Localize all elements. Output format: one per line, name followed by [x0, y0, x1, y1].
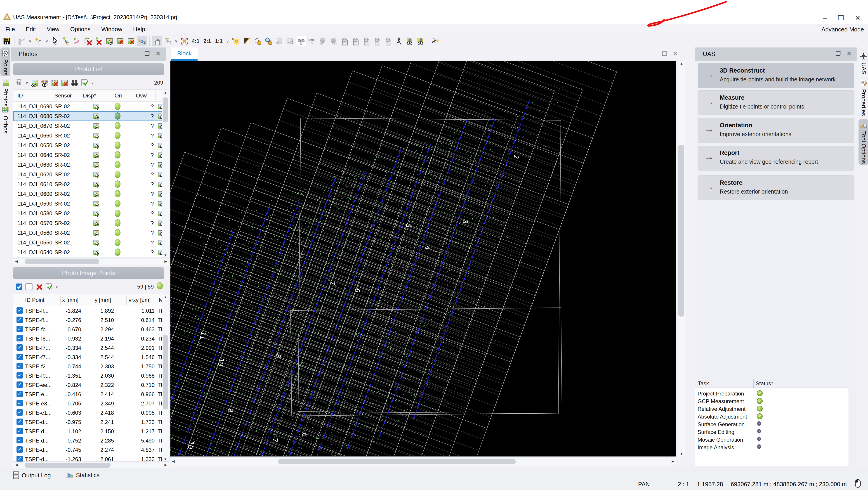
ids-toggle-button[interactable]: 123	[137, 36, 147, 47]
photo-row[interactable]: 114_DJI_0580SR-02?	[13, 209, 169, 218]
vector-arrow-button[interactable]	[72, 36, 82, 47]
pan-hand-button[interactable]	[152, 36, 162, 47]
point-checkbox[interactable]: ✓	[17, 391, 23, 397]
check-on-button[interactable]	[14, 282, 24, 292]
export-tools-button[interactable]	[17, 36, 27, 47]
lock-zoom-button[interactable]	[264, 36, 274, 47]
image-point-row[interactable]: ✓TSPE-f2...-0.7442.3031.750TPC	[13, 362, 169, 371]
image-point-row[interactable]: ✓TSPE-e...-0.4162.4140.966TPC	[13, 389, 169, 399]
col-ID[interactable]: ID	[18, 92, 23, 99]
photo-list-vscrollbar[interactable]: ▲▼	[162, 90, 169, 258]
point-checkbox[interactable]: ✓	[17, 316, 23, 323]
dropdown-caret-icon[interactable]: ∨	[225, 39, 230, 43]
menu-file[interactable]: File	[0, 24, 20, 35]
point-checkbox[interactable]: ✓	[17, 437, 23, 443]
camera-pose-button[interactable]	[394, 36, 404, 47]
image-point-row[interactable]: ✓TSPE-ff...-0.2762.5100.614TPC	[13, 315, 169, 325]
dock-tab-photos[interactable]: Photos	[0, 76, 10, 102]
task-row[interactable]: Mosaic Generation	[695, 436, 848, 443]
point-checkbox[interactable]: ✓	[17, 326, 23, 332]
globe-prev-button[interactable]	[318, 36, 328, 47]
measure-dart-button[interactable]	[61, 36, 71, 47]
zoom-2-1-button[interactable]: 2:1	[202, 36, 213, 47]
checklist-button[interactable]	[80, 78, 89, 88]
photo-row[interactable]: 114_DJI_0620SR-02?	[13, 170, 169, 179]
col-Disp[interactable]: Disp*	[83, 92, 96, 99]
col-ID[interactable]: ID Point	[25, 297, 44, 303]
photo-row[interactable]: 114_DJI_0670SR-02?	[13, 121, 169, 131]
photo-row[interactable]: 114_DJI_0690SR-02?	[13, 101, 169, 111]
point-checkbox[interactable]: ✓	[17, 447, 23, 453]
output-log-button[interactable]: Output Log	[13, 471, 51, 479]
point-checkbox[interactable]: ✓	[17, 428, 23, 434]
point-checkbox[interactable]: ✓	[17, 372, 23, 378]
photo-delete-marquee-button[interactable]	[115, 36, 125, 47]
photo-row[interactable]: 114_DJI_0560SR-02?	[13, 228, 169, 238]
dropdown-caret-icon[interactable]: ∨	[90, 81, 95, 85]
photo-row[interactable]: 114_DJI_0660SR-02?	[13, 131, 169, 141]
menu-window[interactable]: Window	[96, 24, 127, 35]
uas-action-report[interactable]: →ReportCreate and view geo-referencing r…	[698, 146, 854, 171]
point-checkbox[interactable]: ✓	[17, 456, 23, 462]
dock-tab-tool-options[interactable]: Tool Options	[859, 119, 868, 164]
delete-point-button[interactable]	[93, 36, 104, 47]
photo-cursor-button[interactable]	[104, 36, 115, 47]
photo-next-button[interactable]	[285, 36, 296, 47]
col-vrxy[interactable]: vrxy [um]	[129, 297, 151, 303]
select-cursor-button[interactable]	[50, 36, 60, 47]
glasses-eye-button[interactable]	[40, 78, 50, 88]
photo-prev-button[interactable]	[274, 36, 285, 47]
rotate-1-button[interactable]	[339, 36, 350, 47]
block-view[interactable]	[170, 61, 676, 457]
point-checkbox[interactable]: ✓	[17, 344, 23, 351]
menu-options[interactable]: Options	[65, 24, 96, 35]
image-point-row[interactable]: ✓TSPE-d...-1.1022.1501.217TPC	[13, 426, 169, 436]
zoom-1-1-button[interactable]: 1:1	[213, 36, 224, 47]
stereo-glasses-alt-button[interactable]: S	[307, 36, 317, 47]
viewer-vscrollbar[interactable]: ▲ ▼	[677, 61, 685, 457]
dropdown-caret-icon[interactable]: ∨	[27, 39, 33, 43]
photo-delete-marquee-button[interactable]	[50, 78, 59, 88]
dock-tab-points[interactable]: Points	[0, 48, 10, 76]
menu-help[interactable]: Help	[128, 24, 151, 35]
viewer-float-icon[interactable]: ❐	[662, 50, 667, 57]
zoom-4-1-button[interactable]: 4:1	[190, 36, 201, 47]
photo-eye-button[interactable]	[30, 78, 39, 88]
point-checkbox[interactable]: ✓	[17, 409, 23, 416]
image-point-row[interactable]: ✓TSPE-f7...-0.3342.5441.546TPC	[13, 352, 169, 362]
task-row[interactable]: Project Preparation✓	[695, 390, 848, 397]
uas-action-orientation[interactable]: →OrientationImprove exterior orientation…	[698, 118, 854, 143]
viewer-hscrollbar[interactable]: ◀ ▶	[170, 458, 676, 465]
task-row[interactable]: Surface Generation	[695, 420, 848, 428]
photo-row[interactable]: 114_DJI_0540SR-02?	[13, 247, 169, 257]
photos-close-icon[interactable]: ✕	[156, 50, 160, 57]
minimize-button[interactable]: –	[818, 14, 832, 22]
photo-delete-button[interactable]	[60, 78, 69, 88]
image-point-row[interactable]: ✓TSPE-e3...-0.7052.3492.707TPC	[13, 399, 169, 408]
zoom-extents-button[interactable]	[179, 36, 190, 47]
col-y[interactable]: y [mm]	[95, 297, 111, 303]
point-checkbox[interactable]: ✓	[17, 419, 23, 425]
point-checkbox[interactable]: ✓	[17, 381, 23, 388]
photo-delete-button[interactable]	[126, 36, 136, 47]
dropdown-caret-icon[interactable]: ∨	[24, 81, 30, 85]
hist-eye-off-button[interactable]	[415, 36, 426, 47]
image-point-row[interactable]: ✓TSPE-f7...-0.3342.5442.991TPC	[13, 343, 169, 352]
save-button[interactable]	[2, 36, 12, 47]
photo-row[interactable]: 114_DJI_0610SR-02?	[13, 179, 169, 189]
dropdown-caret-icon[interactable]: ∨	[54, 285, 60, 289]
photo-row[interactable]: 114_DJI_0600SR-02?	[13, 189, 169, 199]
viewer-close-icon[interactable]: ✕	[673, 50, 678, 57]
col-Sensor[interactable]: Sensor	[55, 92, 72, 99]
photo-row[interactable]: 114_DJI_0570SR-02?	[13, 218, 169, 228]
col-x[interactable]: x [mm]	[62, 297, 79, 303]
image-point-row[interactable]: ✓TSPE-d...-1.2632.0611.333TPC	[13, 454, 169, 462]
col-Ovw[interactable]: Ovw	[136, 92, 147, 99]
image-point-row[interactable]: ✓TSPE-f8...-0.9322.1940.234TPC	[13, 334, 169, 343]
photo-list-hscrollbar[interactable]: ◀ ▶	[13, 258, 169, 265]
task-row[interactable]: Surface Editing	[695, 428, 848, 436]
col-Ori[interactable]: Ori	[115, 92, 122, 99]
contrast-button[interactable]	[242, 36, 252, 47]
lock-pan-button[interactable]	[252, 36, 263, 47]
point-checkbox[interactable]: ✓	[17, 307, 23, 314]
